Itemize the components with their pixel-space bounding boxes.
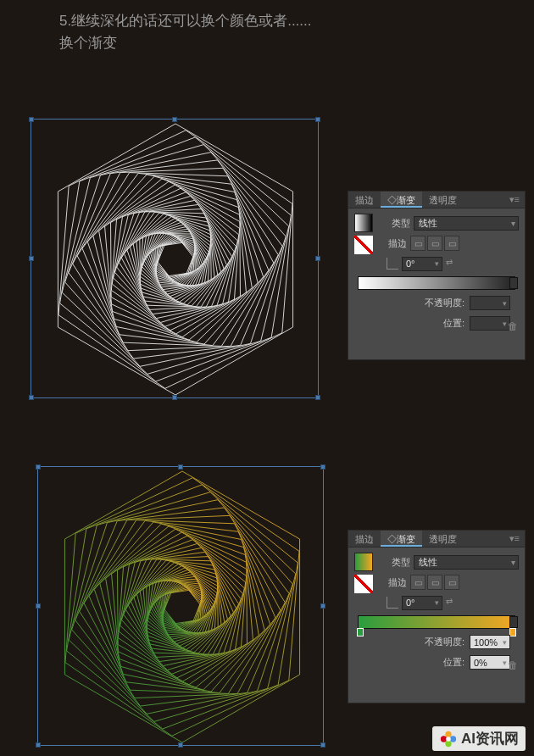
selection-handle[interactable] xyxy=(36,464,41,470)
position-label: 位置: xyxy=(443,656,464,669)
gradient-swatch[interactable] xyxy=(354,214,373,232)
position-input[interactable]: 0% xyxy=(470,655,510,670)
instruction-line1: 5.继续深化的话还可以换个颜色或者...... xyxy=(59,10,312,32)
selection-handle[interactable] xyxy=(315,117,320,122)
selection-handle[interactable] xyxy=(29,117,34,122)
gradient-swatch[interactable] xyxy=(354,553,373,571)
svg-marker-53 xyxy=(89,520,275,692)
svg-marker-8 xyxy=(82,173,269,345)
gradient-slider[interactable] xyxy=(358,615,515,629)
gradient-slider[interactable] xyxy=(358,276,515,290)
selection-handle[interactable] xyxy=(178,742,183,748)
instruction-line2: 换个渐变 xyxy=(59,32,312,54)
selection-handle[interactable] xyxy=(36,603,41,609)
type-dropdown[interactable]: 线性 xyxy=(414,555,519,570)
angle-icon xyxy=(387,258,398,270)
selection-handle[interactable] xyxy=(320,603,325,609)
angle-input[interactable]: 0° xyxy=(402,257,442,271)
tab-gradient[interactable]: ◇渐变 xyxy=(381,531,422,547)
stroke-align-outside-icon[interactable]: ▭ xyxy=(444,575,459,590)
selection-handle[interactable] xyxy=(29,395,34,400)
panel-tabs: 描边 ◇渐变 透明度 ▾≡ xyxy=(348,192,525,208)
hexagon-spiral-white xyxy=(31,120,320,399)
opacity-input[interactable] xyxy=(470,296,510,310)
selection-handle[interactable] xyxy=(29,256,34,261)
selection-handle[interactable] xyxy=(315,256,320,261)
selection-handle[interactable] xyxy=(315,395,320,400)
type-label: 类型 xyxy=(381,556,410,569)
svg-marker-66 xyxy=(131,559,234,653)
watermark-text: AI资讯网 xyxy=(461,729,519,748)
watermark: AI资讯网 xyxy=(432,726,526,751)
stroke-align-outside-icon[interactable]: ▭ xyxy=(444,236,459,251)
svg-marker-21 xyxy=(125,212,227,306)
svg-point-93 xyxy=(441,736,447,742)
stroke-label: 描边 xyxy=(378,576,407,589)
panel-menu-icon[interactable]: ▾≡ xyxy=(504,192,525,208)
svg-marker-48 xyxy=(69,492,296,722)
gradient-stop-right[interactable] xyxy=(509,628,516,636)
selection-handle[interactable] xyxy=(178,464,183,470)
selection-handle[interactable] xyxy=(36,742,41,748)
lock-icon[interactable] xyxy=(509,277,518,289)
artboard-1[interactable] xyxy=(31,119,319,398)
svg-marker-16 xyxy=(114,196,238,322)
tab-gradient[interactable]: ◇渐变 xyxy=(381,192,422,208)
svg-point-90 xyxy=(445,731,451,737)
reverse-gradient-icon[interactable]: ⇄ xyxy=(446,597,461,609)
stroke-align-inside-icon[interactable]: ▭ xyxy=(410,575,426,590)
flower-icon xyxy=(439,730,458,748)
trash-icon[interactable]: 🗑 xyxy=(508,659,520,671)
svg-point-94 xyxy=(446,737,451,742)
selection-handle[interactable] xyxy=(172,395,177,400)
svg-point-91 xyxy=(450,736,456,742)
svg-marker-57 xyxy=(112,529,253,684)
angle-input[interactable]: 0° xyxy=(402,596,442,610)
stroke-align-center-icon[interactable]: ▭ xyxy=(427,236,442,251)
hexagon-spiral-gradient xyxy=(38,467,325,747)
svg-point-92 xyxy=(445,740,451,746)
angle-icon xyxy=(387,597,398,609)
position-input[interactable] xyxy=(470,316,510,331)
trash-icon[interactable]: 🗑 xyxy=(508,320,520,332)
instruction-text: 5.继续深化的话还可以换个颜色或者...... 换个渐变 xyxy=(59,10,312,53)
tab-stroke[interactable]: 描边 xyxy=(348,531,381,547)
gradient-stop-left[interactable] xyxy=(357,628,364,636)
panel-menu-icon[interactable]: ▾≡ xyxy=(504,531,525,547)
selection-handle[interactable] xyxy=(172,117,177,122)
tab-opacity[interactable]: 透明度 xyxy=(422,531,464,547)
svg-marker-12 xyxy=(105,181,247,336)
stroke-align-inside-icon[interactable]: ▭ xyxy=(410,236,426,251)
lock-icon[interactable] xyxy=(509,616,518,628)
selection-handle[interactable] xyxy=(320,742,325,748)
selection-handle[interactable] xyxy=(320,464,325,470)
tab-stroke[interactable]: 描边 xyxy=(348,192,381,208)
gradient-panel-2: 描边 ◇渐变 透明度 ▾≡ 类型 线性 描边 ▭ ▭ ▭ 0° ⇄ xyxy=(348,530,526,703)
position-label: 位置: xyxy=(443,317,464,330)
stroke-label: 描边 xyxy=(378,237,407,250)
reverse-gradient-icon[interactable]: ⇄ xyxy=(446,258,461,270)
stroke-align-center-icon[interactable]: ▭ xyxy=(427,575,442,590)
opacity-label: 不透明度: xyxy=(425,297,464,309)
no-fill-swatch[interactable] xyxy=(354,575,373,593)
opacity-label: 不透明度: xyxy=(425,636,464,648)
opacity-input[interactable]: 100% xyxy=(470,635,510,649)
tab-opacity[interactable]: 透明度 xyxy=(422,192,464,208)
panel-tabs: 描边 ◇渐变 透明度 ▾≡ xyxy=(348,531,525,548)
no-fill-swatch[interactable] xyxy=(354,236,373,254)
svg-marker-61 xyxy=(120,543,245,670)
type-label: 类型 xyxy=(381,217,410,230)
gradient-panel-1: 描边 ◇渐变 透明度 ▾≡ 类型 线性 描边 ▭ ▭ ▭ 0° ⇄ 不透明度: xyxy=(348,191,526,360)
type-dropdown[interactable]: 线性 xyxy=(414,216,519,231)
artboard-2[interactable] xyxy=(37,466,324,746)
svg-marker-3 xyxy=(62,145,289,375)
